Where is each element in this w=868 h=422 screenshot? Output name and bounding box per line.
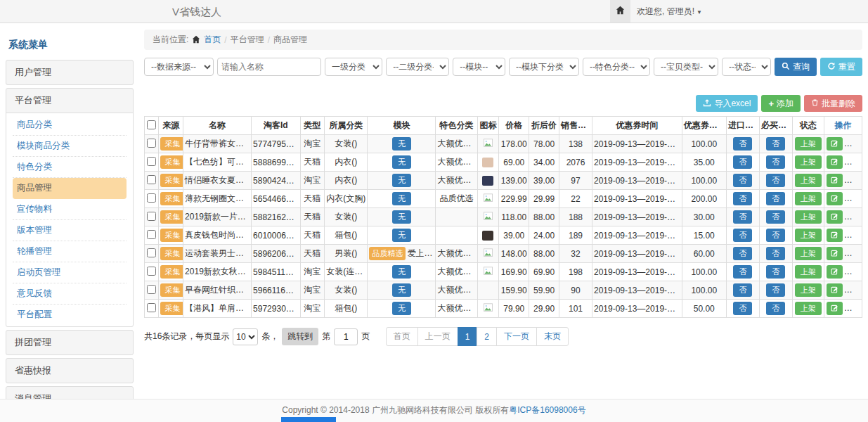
sidebar-subitem-平台配置[interactable]: 平台配置 <box>13 305 127 325</box>
sidebar-subitem-版本管理[interactable]: 版本管理 <box>13 220 127 241</box>
row-checkbox[interactable] <box>147 139 156 148</box>
sidebar-subitem-商品管理[interactable]: 商品管理 <box>13 178 127 199</box>
cell-taoke_id: 589042420344 <box>252 172 300 190</box>
mustbuy-toggle-button[interactable]: 否 <box>766 155 785 169</box>
module-subcategory-filter-select[interactable]: --模块下分类-- <box>509 58 579 76</box>
pager-button-1[interactable]: 1 <box>458 327 478 346</box>
edit-button[interactable] <box>827 247 843 260</box>
status-button[interactable]: 上架 <box>795 302 822 315</box>
row-checkbox[interactable] <box>147 212 156 221</box>
status-button[interactable]: 上架 <box>795 283 822 297</box>
mustbuy-toggle-button[interactable]: 否 <box>766 265 785 279</box>
mustbuy-toggle-button[interactable]: 否 <box>766 210 785 224</box>
status-button[interactable]: 上架 <box>795 137 822 151</box>
mustbuy-toggle-button[interactable]: 否 <box>766 137 785 151</box>
sidebar-subitem-启动页管理[interactable]: 启动页管理 <box>13 262 127 283</box>
name-search-input[interactable] <box>217 58 321 76</box>
cell-coupon_amount: 60.00 <box>682 245 726 263</box>
pager-button-下一页[interactable]: 下一页 <box>496 327 537 346</box>
breadcrumb-home-link[interactable]: 首页 <box>204 34 221 46</box>
module-badge: 无 <box>392 302 411 315</box>
user-menu[interactable]: 欢迎您, 管理员!▼ <box>637 0 702 24</box>
page-size-select[interactable]: 10 <box>233 328 258 345</box>
pager-button-首页[interactable]: 首页 <box>386 327 418 346</box>
icp-link[interactable]: 粤ICP备16098006号 <box>509 405 585 415</box>
status-button[interactable]: 上架 <box>795 174 822 187</box>
sidebar-item-省惠快报[interactable]: 省惠快报 <box>6 359 133 383</box>
row-checkbox[interactable] <box>147 285 156 294</box>
imported-toggle-button[interactable]: 否 <box>733 265 752 279</box>
add-button[interactable]: + 添加 <box>761 95 801 112</box>
sidebar-subitem-宣传物料[interactable]: 宣传物料 <box>13 199 127 220</box>
status-button[interactable]: 上架 <box>795 247 822 260</box>
edit-button[interactable] <box>827 265 843 279</box>
imported-toggle-button[interactable]: 否 <box>733 283 752 297</box>
row-checkbox[interactable] <box>147 193 156 203</box>
mustbuy-toggle-button[interactable]: 否 <box>766 229 785 242</box>
page-number-input[interactable] <box>334 328 358 345</box>
level1-category-filter-select[interactable]: 一级分类 <box>325 58 382 76</box>
status-button[interactable]: 上架 <box>795 229 822 242</box>
data-source-filter-select[interactable]: --数据来源-- <box>144 58 214 76</box>
status-button[interactable]: 上架 <box>795 265 822 279</box>
jump-button[interactable]: 跳转到 <box>282 328 318 345</box>
search-button[interactable]: 查询 <box>775 58 817 76</box>
cell-imported: 否 <box>726 263 759 281</box>
status-button[interactable]: 上架 <box>795 192 822 205</box>
imported-toggle-button[interactable]: 否 <box>733 174 752 187</box>
item-type-filter-select[interactable]: --宝贝类型-- <box>654 58 718 76</box>
cell-discount: 88.00 <box>529 245 559 263</box>
sidebar-item-平台管理[interactable]: 平台管理 <box>6 89 133 113</box>
imported-toggle-button[interactable]: 否 <box>733 302 752 315</box>
imported-toggle-button[interactable]: 否 <box>733 192 752 205</box>
select-all-checkbox[interactable] <box>147 120 156 129</box>
row-checkbox[interactable] <box>147 267 156 276</box>
imported-toggle-button[interactable]: 否 <box>733 137 752 151</box>
edit-button[interactable] <box>827 192 843 205</box>
mustbuy-toggle-button[interactable]: 否 <box>766 283 785 297</box>
home-shortcut-button[interactable] <box>610 0 630 23</box>
sidebar-subitem-轮播管理[interactable]: 轮播管理 <box>13 241 127 262</box>
edit-button[interactable] <box>827 283 843 297</box>
mustbuy-toggle-button[interactable]: 否 <box>766 192 785 205</box>
row-checkbox[interactable] <box>147 230 156 239</box>
batch-delete-button[interactable]: 批量删除 <box>804 95 862 112</box>
pager-button-2[interactable]: 2 <box>477 327 497 346</box>
row-checkbox[interactable] <box>147 248 156 257</box>
edit-button[interactable] <box>827 302 843 315</box>
sidebar-item-用户管理[interactable]: 用户管理 <box>6 60 133 84</box>
edit-button[interactable] <box>827 155 843 169</box>
pager-button-末页[interactable]: 末页 <box>536 327 569 346</box>
mustbuy-toggle-button[interactable]: 否 <box>766 174 785 187</box>
pager-button-上一页[interactable]: 上一页 <box>417 327 458 346</box>
edit-button[interactable] <box>827 137 843 151</box>
row-checkbox[interactable] <box>147 157 156 166</box>
status-filter-select[interactable]: --状态-- <box>722 58 771 76</box>
status-button[interactable]: 上架 <box>795 155 822 169</box>
feature-category-filter-select[interactable]: --特色分类-- <box>583 58 650 76</box>
imported-toggle-button[interactable]: 否 <box>733 155 752 169</box>
edit-button[interactable] <box>827 174 843 187</box>
row-checkbox[interactable] <box>147 175 156 184</box>
sidebar-subitem-特色分类[interactable]: 特色分类 <box>13 157 127 178</box>
sidebar-subitem-模块商品分类[interactable]: 模块商品分类 <box>13 136 127 157</box>
mustbuy-toggle-button[interactable]: 否 <box>766 247 785 260</box>
module-filter-select[interactable]: --模块-- <box>453 58 505 76</box>
sidebar-subitem-意见反馈[interactable]: 意见反馈 <box>13 283 127 305</box>
cell-icon <box>477 263 499 281</box>
imported-toggle-button[interactable]: 否 <box>733 247 752 260</box>
imported-toggle-button[interactable]: 否 <box>733 210 752 224</box>
edit-button[interactable] <box>827 210 843 224</box>
mustbuy-toggle-button[interactable]: 否 <box>766 302 785 315</box>
level2-category-filter-select[interactable]: --二级分类-- <box>386 58 449 76</box>
edit-button[interactable] <box>827 229 843 242</box>
products-table-wrap: 来源名称淘客Id类型所属分类模块特色分类图标价格折后价销售数量优惠券时间优惠券金… <box>144 116 862 318</box>
status-button[interactable]: 上架 <box>795 210 822 224</box>
sidebar-subitem-商品分类[interactable]: 商品分类 <box>13 115 127 136</box>
imported-toggle-button[interactable]: 否 <box>733 229 752 242</box>
import-excel-button[interactable]: 导入excel <box>696 95 758 112</box>
reset-button[interactable]: 重置 <box>820 58 862 76</box>
sidebar-item-拼团管理[interactable]: 拼团管理 <box>6 331 133 354</box>
row-checkbox[interactable] <box>147 303 156 312</box>
cell-coupon_time: 2019-09-13—2019-09-17 <box>592 281 682 300</box>
